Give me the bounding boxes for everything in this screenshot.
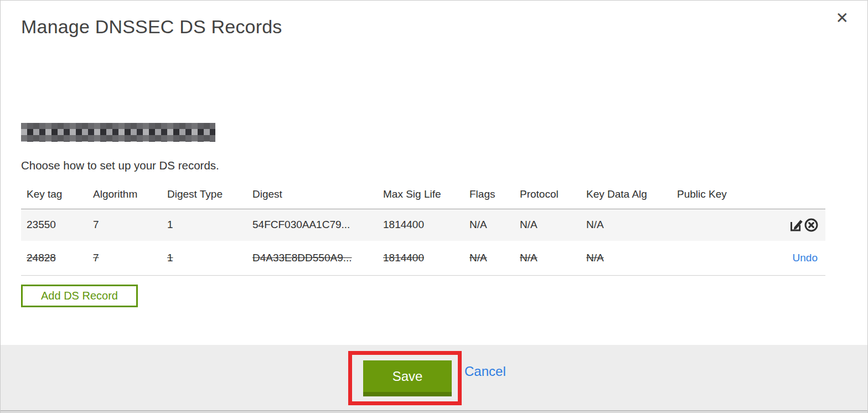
col-digest: Digest: [247, 180, 378, 209]
cell-flags: N/A: [464, 209, 514, 241]
edit-icon: [789, 220, 804, 229]
table-row: 23550 7 1 54FCF030AA1C79... 1814400 N/A …: [21, 209, 825, 241]
table-header-row: Key tag Algorithm Digest Type Digest Max…: [21, 180, 825, 209]
cell-max-sig-life: 1814400: [378, 209, 464, 241]
col-digest-type: Digest Type: [162, 180, 247, 209]
cell-public-key: [671, 241, 743, 275]
col-key-data-alg: Key Data Alg: [581, 180, 671, 209]
cell-key-data-alg: N/A: [581, 241, 671, 275]
table-row: 24828 7 1 D4A33E8DD550A9... 1814400 N/A …: [21, 241, 825, 275]
cell-digest-type: 1: [162, 241, 247, 275]
col-flags: Flags: [464, 180, 514, 209]
cell-actions: [743, 209, 825, 241]
page-background-strip: [1, 410, 867, 413]
cell-max-sig-life: 1814400: [378, 241, 464, 275]
annotation-highlight: Save: [348, 351, 462, 405]
col-actions: [743, 180, 825, 209]
cell-digest: D4A33E8DD550A9...: [247, 241, 378, 275]
cell-digest: 54FCF030AA1C79...: [247, 209, 378, 241]
cell-protocol: N/A: [514, 209, 581, 241]
col-protocol: Protocol: [514, 180, 581, 209]
col-algorithm: Algorithm: [87, 180, 162, 209]
cell-flags: N/A: [464, 241, 514, 275]
close-button[interactable]: ✕: [836, 11, 849, 26]
save-button[interactable]: Save: [363, 360, 452, 396]
cell-public-key: [671, 209, 743, 241]
undo-link[interactable]: Undo: [793, 252, 819, 264]
modal-footer: Save Cancel: [1, 345, 867, 410]
page-title: Manage DNSSEC DS Records: [21, 16, 282, 38]
cell-algorithm: 7: [87, 209, 162, 241]
cell-key-data-alg: N/A: [581, 209, 671, 241]
close-icon: ✕: [836, 9, 849, 27]
setup-instructions: Choose how to set up your DS records.: [21, 159, 219, 172]
cell-actions: Undo: [743, 241, 825, 275]
col-key-tag: Key tag: [21, 180, 87, 209]
cancel-link[interactable]: Cancel: [464, 364, 506, 379]
cell-digest-type: 1: [162, 209, 247, 241]
col-public-key: Public Key: [671, 180, 743, 209]
add-ds-record-button[interactable]: Add DS Record: [21, 285, 138, 307]
redacted-domain-name: [21, 123, 215, 142]
edit-record-button[interactable]: [789, 218, 804, 233]
delete-icon: [804, 220, 819, 229]
cell-algorithm: 7: [87, 241, 162, 275]
col-max-sig-life: Max Sig Life: [378, 180, 464, 209]
cell-protocol: N/A: [514, 241, 581, 275]
dnssec-modal: Manage DNSSEC DS Records ✕ Choose how to…: [0, 0, 868, 413]
delete-record-button[interactable]: [804, 218, 819, 233]
cell-key-tag: 23550: [21, 209, 87, 241]
cell-key-tag: 24828: [21, 241, 87, 275]
ds-records-table: Key tag Algorithm Digest Type Digest Max…: [21, 180, 825, 276]
